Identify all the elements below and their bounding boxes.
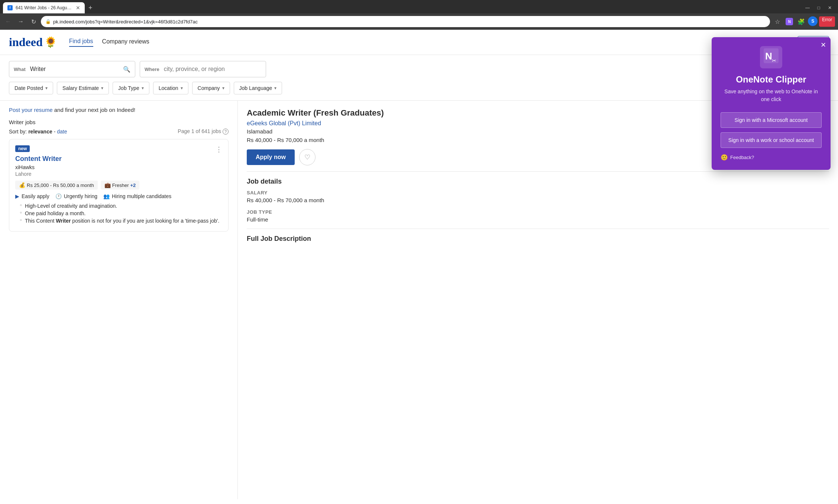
sort-date-link[interactable]: date [57, 129, 67, 135]
salary-tag: 💰 Rs 25,000 - Rs 50,000 a month [15, 181, 98, 190]
salary-estimate-filter[interactable]: Salary Estimate ▾ [57, 82, 109, 94]
divider [247, 171, 829, 172]
profile-button[interactable]: S [808, 16, 818, 26]
search-row: What 🔍 Where [9, 61, 829, 77]
divider-2 [247, 229, 829, 229]
job-type-filter[interactable]: Job Type ▾ [113, 82, 149, 94]
location-filter[interactable]: Location ▾ [153, 82, 188, 94]
job-title[interactable]: Content Writer [15, 155, 222, 163]
popup-title: OneNote Clipper [721, 74, 822, 85]
browser-toolbar: ← → ↻ 🔒 pk.indeed.com/jobs?q=Writer&redi… [0, 13, 838, 30]
apply-now-button[interactable]: Apply now [247, 149, 295, 165]
sort-relevance: relevance [28, 129, 52, 135]
search-icon[interactable]: 🔍 [123, 66, 130, 73]
filter-row: Date Posted ▾ Salary Estimate ▾ Job Type… [9, 82, 829, 94]
sign-in-work-button[interactable]: Sign in with a work or school account [721, 132, 822, 148]
lock-icon: 🔒 [45, 19, 51, 24]
job-card[interactable]: new ⋮ Content Writer xiHawks Lahore 💰 Rs… [9, 139, 229, 232]
urgent-icon: 🕐 [55, 193, 62, 199]
multi-candidates-icon: 👥 [103, 193, 110, 199]
what-label: What [14, 67, 26, 72]
close-window-button[interactable]: ✕ [825, 3, 835, 13]
feedback-link[interactable]: 🙂 Feedback? [721, 154, 822, 161]
job-menu-button[interactable]: ⋮ [216, 145, 222, 154]
chevron-down-icon: ▾ [45, 85, 48, 91]
job-location: Lahore [15, 171, 222, 177]
job-type-detail-label: Job Type [247, 209, 829, 215]
job-bullet-1: High-Level of creativity and imagination… [20, 203, 222, 209]
job-details-section-title: Job details [247, 178, 829, 185]
easily-apply-perk: ▶ Easily apply [15, 193, 49, 199]
popup-subtitle: Save anything on the web to OneNote in o… [721, 88, 822, 103]
onenote-extension-icon[interactable]: N [784, 16, 795, 27]
tab-favicon: f [7, 5, 13, 10]
new-tab-button[interactable]: + [86, 3, 95, 13]
page-info: Page 1 of 641 jobs [178, 128, 221, 134]
where-search-box[interactable]: Where [140, 61, 266, 77]
writer-jobs-label: Writer jobs [9, 119, 229, 125]
job-card-header: new ⋮ [15, 145, 222, 154]
job-language-filter[interactable]: Job Language ▾ [234, 82, 282, 94]
easily-apply-icon: ▶ [15, 193, 19, 199]
forward-button[interactable]: → [16, 16, 26, 27]
header-nav: Find jobs Company reviews [69, 38, 786, 47]
promo-banner: Post your resume and find your next job … [9, 107, 229, 113]
indeed-logo[interactable]: indeed 🌻 [9, 35, 57, 49]
minimize-button[interactable]: — [802, 3, 813, 13]
back-button[interactable]: ← [3, 16, 13, 27]
what-search-box[interactable]: What 🔍 [9, 61, 135, 77]
hiring-multiple-perk: 👥 Hiring multiple candidates [103, 193, 171, 199]
where-input[interactable] [164, 66, 261, 72]
salary-detail-value: Rs 40,000 - Rs 70,000 a month [247, 197, 829, 203]
job-company: xiHawks [15, 164, 222, 170]
company-reviews-link[interactable]: Company reviews [102, 38, 149, 46]
active-tab[interactable]: f 641 Writer Jobs - 26 August, 202... ✕ [3, 2, 85, 13]
onenote-icon: N ✂ [760, 46, 782, 68]
onenote-popup: ✕ N ✂ OneNote Clipper Save anything on t… [712, 37, 831, 170]
tab-bar: f 641 Writer Jobs - 26 August, 202... ✕ … [0, 0, 838, 13]
favorites-icon[interactable]: ☆ [772, 16, 783, 27]
left-panel: Post your resume and find your next job … [0, 101, 238, 499]
experience-tag: 💼 Fresher +2 [101, 181, 140, 190]
onenote-logo-icon: N ✂ [764, 48, 779, 67]
full-job-description-title: Full Job Description [247, 235, 829, 243]
job-perks: ▶ Easily apply 🕐 Urgently hiring 👥 Hirin… [15, 193, 222, 199]
onenote-ext-badge: N [786, 18, 793, 25]
sort-row: Sort by: relevance - date Page 1 of 641 … [9, 128, 229, 135]
maximize-button[interactable]: □ [813, 3, 824, 13]
company-filter[interactable]: Company ▾ [192, 82, 230, 94]
job-tags: 💰 Rs 25,000 - Rs 50,000 a month 💼 Freshe… [15, 181, 222, 190]
help-icon[interactable]: ? [223, 129, 229, 135]
experience-icon: 💼 [104, 182, 111, 188]
error-button[interactable]: Error [819, 16, 835, 27]
date-posted-filter[interactable]: Date Posted ▾ [9, 82, 53, 94]
experience-plus: +2 [130, 182, 136, 188]
chevron-down-icon: ▾ [274, 85, 276, 91]
job-bullets: High-Level of creativity and imagination… [15, 203, 222, 224]
close-tab-button[interactable]: ✕ [76, 5, 80, 11]
chevron-down-icon: ▾ [181, 85, 183, 91]
promo-text: Post your resume and find your next job … [9, 107, 135, 113]
post-resume-link[interactable]: Post your resume [9, 107, 53, 113]
job-bullet-2: One paid holiday a month. [20, 210, 222, 216]
logo-text: indeed [9, 35, 43, 49]
tab-title: 641 Writer Jobs - 26 August, 202... [16, 5, 73, 10]
find-jobs-link[interactable]: Find jobs [69, 38, 93, 47]
url-text: pk.indeed.com/jobs?q=Writer&redirected=1… [53, 19, 766, 25]
refresh-button[interactable]: ↻ [28, 16, 39, 27]
sunflower-icon: 🌻 [44, 36, 57, 48]
address-bar[interactable]: 🔒 pk.indeed.com/jobs?q=Writer&redirected… [41, 16, 770, 27]
salary-icon: 💰 [19, 182, 25, 188]
where-label: Where [145, 67, 159, 72]
what-input[interactable] [30, 66, 120, 72]
feedback-emoji: 🙂 [721, 154, 728, 161]
popup-close-button[interactable]: ✕ [821, 42, 826, 48]
sign-in-microsoft-button[interactable]: Sign in with a Microsoft account [721, 112, 822, 128]
job-bullet-3: This Content Writer position is not for … [20, 218, 222, 224]
toolbar-icons: ☆ N 🧩 S Error [772, 16, 835, 27]
save-job-button[interactable]: ♡ [299, 149, 316, 165]
svg-text:✂: ✂ [772, 58, 776, 63]
job-new-badge: new [15, 145, 30, 152]
extensions-icon[interactable]: 🧩 [796, 16, 806, 27]
svg-text:N: N [765, 51, 772, 62]
